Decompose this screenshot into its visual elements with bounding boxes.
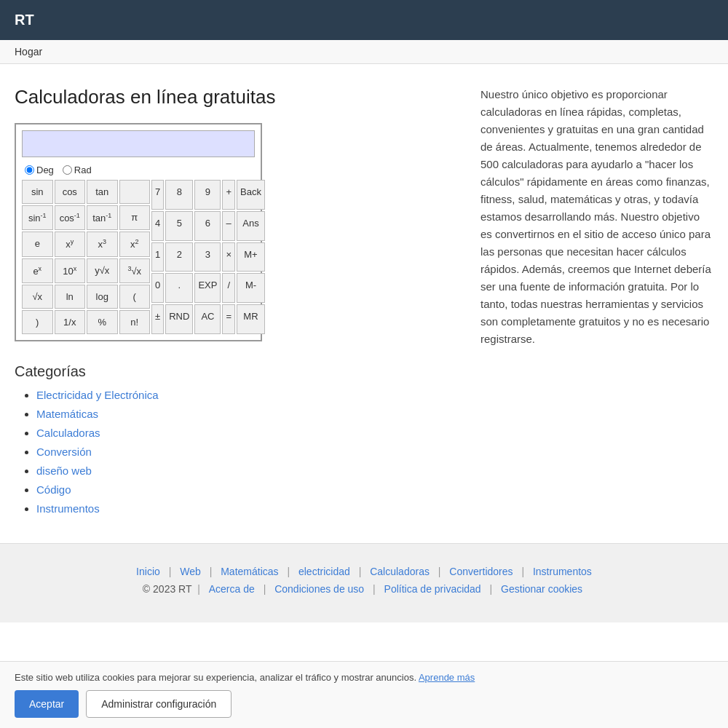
calculator-display[interactable]: 0 bbox=[22, 130, 255, 157]
btn-ans[interactable]: Ans bbox=[237, 211, 265, 241]
btn-mplus[interactable]: M+ bbox=[237, 242, 265, 272]
btn-xy[interactable]: xy bbox=[55, 232, 86, 256]
btn-dot[interactable]: . bbox=[165, 273, 193, 303]
list-item: Matemáticas bbox=[36, 408, 451, 421]
categories-heading: Categorías bbox=[15, 363, 451, 380]
btn-log[interactable]: log bbox=[87, 285, 118, 309]
footer-link-electricidad[interactable]: electricidad bbox=[298, 566, 350, 577]
category-link-2[interactable]: Calculadoras bbox=[36, 427, 100, 439]
footer-link-gestionar[interactable]: Gestionar cookies bbox=[501, 583, 582, 595]
left-column: Calculadoras en línea gratuitas 0 Deg Ra… bbox=[15, 86, 451, 521]
btn-back[interactable]: Back bbox=[237, 180, 265, 210]
btn-factorial[interactable]: n! bbox=[119, 310, 151, 334]
categories-list: Electricidad y Electrónica Matemáticas C… bbox=[15, 389, 451, 515]
btn-sin-inv[interactable]: sin-1 bbox=[22, 205, 53, 230]
btn-rnd[interactable]: RND bbox=[165, 304, 193, 334]
btn-tan[interactable]: tan bbox=[87, 180, 118, 204]
category-link-5[interactable]: Código bbox=[36, 483, 71, 496]
btn-rparen[interactable]: ) bbox=[22, 310, 53, 334]
btn-10x[interactable]: 10x bbox=[55, 258, 86, 283]
header: RT bbox=[0, 0, 728, 40]
description-text: Nuestro único objetivo es proporcionar c… bbox=[480, 86, 713, 348]
btn-1[interactable]: 1 bbox=[151, 242, 164, 272]
btn-divide[interactable]: / bbox=[222, 273, 235, 303]
description-section: Nuestro único objetivo es proporcionar c… bbox=[480, 86, 713, 521]
btn-multiply[interactable]: × bbox=[222, 242, 235, 272]
footer-link-calculadoras[interactable]: Calculadoras bbox=[370, 566, 430, 577]
category-link-3[interactable]: Conversión bbox=[36, 446, 92, 458]
btn-7[interactable]: 7 bbox=[151, 180, 164, 210]
btn-3[interactable]: 3 bbox=[194, 242, 221, 272]
btn-equals[interactable]: = bbox=[222, 304, 235, 334]
footer-link-condiciones[interactable]: Condiciones de uso bbox=[274, 583, 364, 595]
btn-sin[interactable]: sin bbox=[22, 180, 53, 204]
footer-link-acerca[interactable]: Acerca de bbox=[209, 583, 255, 595]
page-title: Calculadoras en línea gratuitas bbox=[15, 86, 451, 108]
btn-lparen[interactable]: ( bbox=[119, 285, 151, 309]
footer-link-matematicas[interactable]: Matemáticas bbox=[221, 566, 278, 577]
btn-cos-inv[interactable]: cos-1 bbox=[55, 205, 86, 230]
deg-label[interactable]: Deg bbox=[25, 165, 54, 175]
main-content: Calculadoras en línea gratuitas 0 Deg Ra… bbox=[0, 64, 728, 543]
deg-rad-toggle: Deg Rad bbox=[22, 165, 255, 175]
list-item: Código bbox=[36, 483, 451, 496]
btn-cos[interactable]: cos bbox=[55, 180, 86, 204]
footer-link-convertidores[interactable]: Convertidores bbox=[449, 566, 513, 577]
footer-link-inicio[interactable]: Inicio bbox=[136, 566, 160, 577]
btn-e[interactable]: e bbox=[22, 232, 53, 256]
category-link-4[interactable]: diseño web bbox=[36, 464, 92, 477]
rad-radio[interactable] bbox=[63, 165, 72, 175]
btn-4[interactable]: 4 bbox=[151, 211, 164, 241]
btn-cuberoot[interactable]: 3√x bbox=[119, 258, 151, 283]
btn-mminus[interactable]: M- bbox=[237, 273, 265, 303]
btn-8[interactable]: 8 bbox=[165, 180, 193, 210]
nav-home-link[interactable]: Hogar bbox=[15, 46, 42, 58]
footer-link-web[interactable]: Web bbox=[180, 566, 201, 577]
right-buttons: 7 8 9 + Back 4 5 6 – Ans 1 2 3 × M+ 0 bbox=[151, 180, 256, 334]
btn-plusminus[interactable]: ± bbox=[151, 304, 164, 334]
btn-minus[interactable]: – bbox=[222, 211, 235, 241]
btn-placeholder1 bbox=[119, 180, 151, 204]
btn-tan-inv[interactable]: tan-1 bbox=[87, 205, 118, 230]
nav-bar: Hogar bbox=[0, 40, 728, 64]
list-item: diseño web bbox=[36, 464, 451, 478]
btn-percent[interactable]: % bbox=[87, 310, 118, 334]
btn-pi[interactable]: π bbox=[119, 205, 151, 230]
logo[interactable]: RT bbox=[15, 12, 34, 28]
left-buttons: sin cos tan sin-1 cos-1 tan-1 π e xy x3 … bbox=[22, 180, 150, 334]
btn-6[interactable]: 6 bbox=[194, 211, 221, 241]
categories-section: Categorías Electricidad y Electrónica Ma… bbox=[15, 363, 451, 515]
footer-section: Inicio | Web | Matemáticas | electricida… bbox=[0, 543, 728, 622]
copyright-text: © 2023 RT bbox=[143, 583, 191, 595]
footer-link-politica[interactable]: Política de privacidad bbox=[384, 583, 481, 595]
list-item: Conversión bbox=[36, 446, 451, 459]
btn-9[interactable]: 9 bbox=[194, 180, 221, 210]
list-item: Electricidad y Electrónica bbox=[36, 389, 451, 402]
btn-ex[interactable]: ex bbox=[22, 258, 53, 283]
btn-exp[interactable]: EXP bbox=[194, 273, 221, 303]
btn-ac[interactable]: AC bbox=[194, 304, 221, 334]
footer-copyright-row: © 2023 RT | Acerca de | Condiciones de u… bbox=[15, 583, 713, 595]
btn-x2[interactable]: x2 bbox=[119, 232, 151, 256]
category-link-1[interactable]: Matemáticas bbox=[36, 408, 98, 420]
category-link-6[interactable]: Instrumentos bbox=[36, 502, 100, 515]
btn-reciprocal[interactable]: 1/x bbox=[55, 310, 86, 334]
btn-2[interactable]: 2 bbox=[165, 242, 193, 272]
list-item: Instrumentos bbox=[36, 502, 451, 515]
btn-0[interactable]: 0 bbox=[151, 273, 164, 303]
btn-x3[interactable]: x3 bbox=[87, 232, 118, 256]
btn-sqrt[interactable]: √x bbox=[22, 285, 53, 309]
btn-mr[interactable]: MR bbox=[237, 304, 265, 334]
list-item: Calculadoras bbox=[36, 427, 451, 440]
btn-yrootx[interactable]: y√x bbox=[87, 258, 118, 283]
footer-links-row: Inicio | Web | Matemáticas | electricida… bbox=[15, 566, 713, 577]
btn-plus[interactable]: + bbox=[222, 180, 235, 210]
calculator: 0 Deg Rad sin cos tan bbox=[15, 123, 262, 341]
btn-5[interactable]: 5 bbox=[165, 211, 193, 241]
rad-label[interactable]: Rad bbox=[63, 165, 92, 175]
deg-radio[interactable] bbox=[25, 165, 34, 175]
btn-ln[interactable]: ln bbox=[55, 285, 86, 309]
category-link-0[interactable]: Electricidad y Electrónica bbox=[36, 389, 159, 401]
footer-link-instrumentos[interactable]: Instrumentos bbox=[533, 566, 592, 577]
